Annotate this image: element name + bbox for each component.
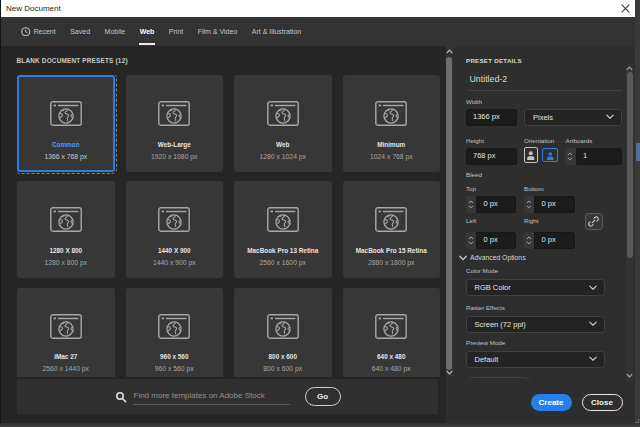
landscape-person-icon	[546, 152, 555, 161]
scroll-down-icon[interactable]	[626, 373, 634, 378]
go-button[interactable]: Go	[305, 387, 341, 406]
details-scrollbar-thumb[interactable]	[627, 72, 634, 258]
preset-card[interactable]: Common 1366 x 768 px	[17, 75, 115, 172]
bleed-bottom-stepper[interactable]	[524, 196, 535, 213]
clock-icon	[21, 27, 31, 37]
stepper-up-icon[interactable]	[567, 152, 573, 156]
artboards-stepper[interactable]	[565, 148, 576, 165]
bleed-bottom-label: Bottom	[524, 185, 544, 192]
scroll-down-icon[interactable]	[446, 370, 454, 375]
stepper-down-icon[interactable]	[468, 241, 474, 245]
web-preset-icon	[375, 314, 407, 343]
preview-mode-value: Default	[475, 355, 499, 364]
preset-title: MacBook Pro 13 Retina	[234, 247, 332, 254]
scroll-up-icon[interactable]	[446, 49, 454, 54]
bleed-right-input[interactable]: 0 px	[534, 232, 575, 249]
preset-title: Common	[17, 141, 115, 148]
orientation-landscape-button[interactable]	[542, 148, 558, 162]
preset-dimensions: 1440 x 900 px	[126, 259, 224, 266]
details-scrollbar[interactable]	[626, 64, 634, 381]
preset-card[interactable]: Minimum 1024 x 768 px	[343, 75, 441, 172]
bleed-left-input[interactable]: 0 px	[476, 232, 516, 249]
scroll-up-icon[interactable]	[626, 66, 634, 71]
raster-effects-dropdown[interactable]: Screen (72 ppi)	[466, 316, 606, 333]
tab-web[interactable]: Web	[140, 17, 155, 46]
bleed-left-label: Left	[466, 217, 476, 224]
presets-section-header: BLANK DOCUMENT PRESETS (12)	[17, 57, 128, 64]
bleed-left-stepper[interactable]	[466, 232, 477, 249]
tab-film-video[interactable]: Film & Video	[198, 17, 238, 46]
preset-dimensions: 2560 x 1600 px	[234, 259, 332, 266]
tab-label: Art & Illustration	[252, 28, 301, 35]
orientation-portrait-button[interactable]	[524, 147, 538, 164]
new-document-dialog: New Document Recent Saved Mobile Web Pri…	[0, 0, 635, 423]
stock-search-input[interactable]: Find more templates on Adobe Stock	[133, 391, 290, 405]
preset-card[interactable]: MacBook Pro 13 Retina 2560 x 1600 px	[234, 181, 332, 278]
tab-print[interactable]: Print	[169, 17, 183, 46]
preset-card[interactable]: 800 x 600 800 x 600 px	[234, 288, 332, 377]
close-window-button[interactable]	[616, 0, 634, 17]
stepper-up-icon[interactable]	[468, 236, 474, 240]
artboards-input[interactable]: 1	[576, 148, 622, 165]
bleed-bottom-spinner: 0 px	[524, 196, 575, 213]
preset-card[interactable]: iMac 27 2560 x 1440 px	[17, 288, 115, 377]
stepper-up-icon[interactable]	[468, 200, 474, 204]
tab-recent[interactable]: Recent	[21, 17, 56, 46]
web-preset-icon	[267, 207, 299, 236]
width-label: Width	[466, 98, 482, 105]
preset-card[interactable]: MacBook Pro 15 Retina 2880 x 1800 px	[343, 181, 441, 278]
stepper-down-icon[interactable]	[526, 205, 532, 209]
chevron-expanded-icon	[459, 255, 467, 261]
tab-bar: Recent Saved Mobile Web Print Film & Vid…	[0, 17, 635, 46]
artboards-spinner: 1	[565, 148, 622, 165]
preview-mode-dropdown[interactable]: Default	[466, 351, 606, 368]
tab-mobile[interactable]: Mobile	[105, 17, 126, 46]
web-preset-icon	[375, 207, 407, 236]
chevron-down-icon	[589, 285, 597, 291]
stepper-down-icon[interactable]	[567, 157, 573, 161]
stepper-up-icon[interactable]	[526, 236, 532, 240]
create-button[interactable]: Create	[531, 394, 572, 412]
color-mode-value: RGB Color	[475, 283, 511, 292]
preset-card[interactable]: 1280 X 800 1280 x 800 px	[17, 181, 115, 278]
preset-card[interactable]: Web-Large 1920 x 1080 px	[126, 75, 224, 172]
color-mode-dropdown[interactable]: RGB Color	[466, 279, 606, 296]
stepper-down-icon[interactable]	[526, 241, 532, 245]
preset-card[interactable]: 1440 X 900 1440 x 900 px	[126, 181, 224, 278]
preset-dimensions: 1024 x 768 px	[343, 153, 441, 160]
preset-card[interactable]: 960 x 560 960 x 560 px	[126, 288, 224, 377]
web-preset-icon	[50, 101, 82, 130]
artboards-label: Artboards	[566, 137, 593, 144]
bleed-right-stepper[interactable]	[524, 232, 535, 249]
web-preset-icon	[50, 314, 82, 343]
chevron-down-icon	[606, 114, 614, 120]
window-resize-grip[interactable]	[635, 419, 639, 423]
units-dropdown[interactable]: Pixels	[524, 109, 622, 126]
height-input[interactable]: 768 px	[466, 148, 517, 165]
raster-effects-value: Screen (72 ppi)	[475, 320, 526, 329]
preset-dimensions: 2880 x 1800 px	[343, 259, 441, 266]
stepper-up-icon[interactable]	[526, 200, 532, 204]
width-input[interactable]: 1366 px	[466, 109, 517, 126]
stock-search-bar: Find more templates on Adobe Stock Go	[17, 379, 438, 414]
preset-card[interactable]: 640 x 480 640 x 480 px	[343, 288, 441, 377]
preset-card[interactable]: Web 1280 x 1024 px	[234, 75, 332, 172]
presets-scrollbar-thumb[interactable]	[446, 57, 452, 370]
bleed-top-stepper[interactable]	[466, 196, 477, 213]
bleed-right-spinner: 0 px	[524, 232, 575, 249]
preview-mode-label: Preview Mode	[466, 339, 505, 346]
tab-label: Web	[140, 28, 155, 35]
close-button[interactable]: Close	[582, 394, 623, 412]
tab-art-illustration[interactable]: Art & Illustration	[252, 17, 301, 46]
preset-dimensions: 1280 x 1024 px	[234, 153, 332, 160]
preset-title: 1280 X 800	[17, 247, 115, 254]
presets-scrollbar[interactable]	[446, 46, 454, 377]
bleed-top-input[interactable]: 0 px	[476, 196, 516, 213]
tab-saved[interactable]: Saved	[70, 17, 90, 46]
bleed-bottom-input[interactable]: 0 px	[534, 196, 575, 213]
preset-details-header: PRESET DETAILS	[466, 57, 522, 64]
document-name-input[interactable]: Untitled-2	[470, 74, 508, 84]
stepper-down-icon[interactable]	[468, 205, 474, 209]
advanced-options-toggle[interactable]: Advanced Options	[459, 254, 526, 261]
bleed-link-button[interactable]	[585, 213, 604, 230]
